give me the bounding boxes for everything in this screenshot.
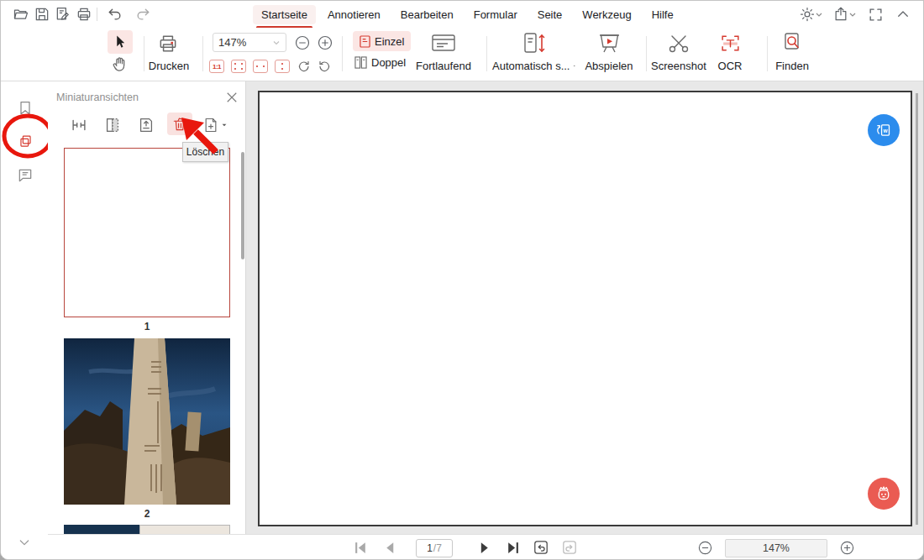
continuous-icon[interactable]	[431, 33, 456, 53]
insert-page-button[interactable]	[202, 116, 228, 134]
autoscroll-label: Automatisch s...	[492, 60, 570, 72]
sidebar-collapse-icon[interactable]	[18, 536, 31, 549]
zoom-select-value: 147%	[218, 36, 246, 49]
select-tool-button[interactable]	[108, 30, 133, 54]
play-button[interactable]: Abspielen	[580, 60, 638, 72]
ocr-icon[interactable]	[720, 33, 741, 54]
tab-werkzeug[interactable]: Werkzeug	[574, 5, 639, 24]
save-as-icon[interactable]	[55, 6, 71, 23]
page-current: 1	[427, 542, 433, 554]
delete-tooltip: Löschen	[182, 142, 228, 162]
last-page-icon[interactable]	[506, 541, 520, 555]
ribbon-tabs: Startseite Annotieren Bearbeiten Formula…	[253, 1, 682, 28]
chevron-down-icon	[221, 122, 228, 128]
fit-height-icon[interactable]	[275, 60, 290, 73]
document-page[interactable]	[258, 91, 912, 526]
rotate-ccw-icon[interactable]	[318, 59, 333, 74]
tab-formular[interactable]: Formular	[465, 5, 526, 24]
screenshot-icon[interactable]	[668, 34, 690, 54]
bookmark-panel-icon[interactable]	[17, 100, 34, 117]
next-view-icon[interactable]	[562, 540, 577, 555]
print-button[interactable]: Drucken	[144, 60, 194, 72]
extract-page-icon[interactable]	[137, 116, 155, 134]
separator	[97, 8, 97, 21]
thumbnail-page-3[interactable]	[64, 525, 230, 534]
page-total: /7	[433, 542, 442, 554]
fit-page-icon[interactable]	[231, 60, 246, 73]
screenshot-button[interactable]: Screenshot	[645, 60, 712, 72]
actual-size-label: 1:1	[213, 63, 221, 71]
find-button[interactable]: Finden	[770, 60, 814, 72]
comments-panel-icon[interactable]	[17, 167, 34, 184]
tab-seite[interactable]: Seite	[529, 5, 571, 24]
thumbnail-page-3-image-right	[139, 525, 230, 534]
continuous-button[interactable]: Fortlaufend	[410, 60, 477, 72]
assistant-robot-button[interactable]	[868, 478, 900, 510]
autoscroll-button[interactable]: Automatisch s...	[492, 60, 576, 72]
tab-hilfe[interactable]: Hilfe	[643, 5, 682, 24]
thumbnails-panel-icon[interactable]	[18, 133, 34, 149]
tab-annotieren[interactable]: Annotieren	[319, 5, 389, 24]
share-icon[interactable]	[832, 6, 856, 23]
app-window: Startseite Annotieren Bearbeiten Formula…	[0, 0, 924, 560]
convert-to-word-button[interactable]: w	[868, 114, 900, 146]
redo-icon[interactable]	[134, 6, 151, 23]
single-page-icon	[360, 35, 370, 48]
insert-position-icon[interactable]	[70, 116, 88, 134]
theme-brightness-icon[interactable]	[799, 6, 822, 23]
thumbnail-page-1-number: 1	[64, 321, 230, 332]
previous-view-icon[interactable]	[533, 540, 549, 555]
next-page-icon[interactable]	[477, 541, 491, 555]
play-icon[interactable]	[598, 33, 621, 54]
zoom-in-icon[interactable]	[317, 34, 333, 51]
thumbnail-page-1[interactable]	[64, 148, 230, 317]
previous-page-icon[interactable]	[383, 541, 397, 555]
find-icon[interactable]	[782, 32, 802, 54]
toolbar: Drucken 147% 1:1 Einzel Doppel Fortlaufe…	[1, 28, 924, 81]
delete-page-button[interactable]	[167, 113, 192, 135]
fit-width-icon[interactable]	[253, 60, 268, 73]
double-page-icon	[354, 56, 367, 69]
zoom-out-icon[interactable]	[294, 34, 311, 51]
undo-icon[interactable]	[107, 6, 123, 23]
thumbnail-page-2[interactable]	[64, 338, 230, 505]
zoom-level-field[interactable]: 147%	[725, 539, 827, 557]
actual-size-icon[interactable]: 1:1	[209, 60, 224, 73]
open-file-icon[interactable]	[13, 6, 29, 23]
single-page-button[interactable]: Einzel	[353, 31, 411, 51]
tab-bearbeiten[interactable]: Bearbeiten	[392, 5, 462, 24]
fullscreen-icon[interactable]	[868, 7, 884, 23]
thumbnail-page-2-image	[64, 338, 230, 505]
page-number-input[interactable]: 1 /7	[416, 539, 453, 557]
collapse-toolbar-icon[interactable]	[895, 7, 911, 22]
separator	[202, 36, 203, 71]
double-page-button[interactable]: Doppel	[354, 56, 406, 69]
separator	[767, 36, 768, 71]
document-scrollbar-thumb[interactable]	[916, 93, 918, 525]
first-page-icon[interactable]	[354, 541, 368, 555]
ocr-button[interactable]: OCR	[709, 60, 751, 72]
document-area[interactable]: w	[246, 81, 924, 534]
rotate-cw-icon[interactable]	[296, 59, 311, 74]
zoom-in-status-icon[interactable]	[839, 540, 855, 556]
chevron-down-icon	[573, 62, 576, 70]
panel-title: Miniaturansichten	[56, 92, 139, 103]
printer-icon[interactable]	[157, 33, 179, 55]
svg-text:w: w	[883, 128, 889, 133]
tab-startseite[interactable]: Startseite	[253, 5, 316, 24]
zoom-out-status-icon[interactable]	[697, 540, 713, 556]
separator	[342, 36, 343, 71]
save-icon[interactable]	[34, 6, 50, 23]
thumbnail-page-2-number: 2	[64, 508, 230, 520]
thumbnail-page-3-image-left	[64, 525, 139, 534]
split-page-icon[interactable]	[103, 116, 122, 134]
chevron-down-icon	[272, 39, 281, 47]
autoscroll-icon[interactable]	[522, 32, 546, 55]
separator	[486, 36, 487, 71]
panel-scrollbar-thumb[interactable]	[241, 152, 244, 259]
print-icon[interactable]	[76, 6, 92, 23]
hand-tool-icon[interactable]	[111, 55, 129, 73]
close-panel-icon[interactable]	[226, 92, 238, 103]
cursor-icon	[113, 34, 128, 50]
zoom-select[interactable]: 147%	[213, 33, 286, 52]
